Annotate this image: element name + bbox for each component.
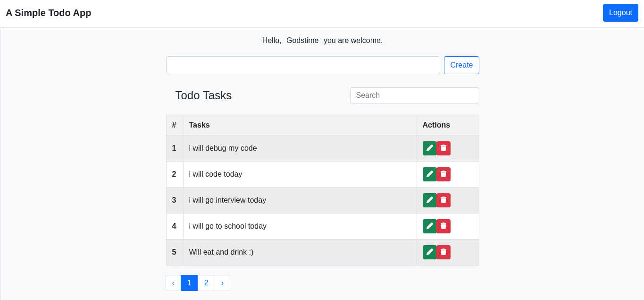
pencil-icon	[427, 197, 433, 205]
pencil-icon	[427, 171, 433, 179]
section-title: Todo Tasks	[166, 89, 232, 102]
pagination-next-link[interactable]: ›	[215, 275, 230, 291]
logout-button[interactable]: Logout	[603, 4, 638, 22]
pagination: ‹ 12 ›	[166, 275, 479, 291]
edit-button[interactable]	[423, 193, 437, 207]
pagination-page[interactable]: 1	[181, 275, 198, 291]
create-form: Create	[166, 56, 479, 74]
pencil-icon	[427, 223, 433, 231]
row-number: 2	[166, 162, 183, 188]
row-actions	[417, 162, 479, 188]
table-header-actions: Actions	[417, 115, 479, 136]
trash-icon	[440, 197, 447, 205]
navbar: A Simple Todo App Logout	[0, 0, 644, 28]
delete-button[interactable]	[436, 167, 451, 181]
row-task: i will go to school today	[183, 214, 417, 240]
pagination-prev[interactable]: ‹	[166, 275, 181, 291]
row-task: i will go interview today	[183, 188, 417, 214]
pagination-next[interactable]: ›	[215, 275, 230, 291]
trash-icon	[440, 223, 447, 231]
pencil-icon	[427, 145, 433, 153]
create-task-input[interactable]	[166, 56, 441, 74]
trash-icon	[440, 145, 447, 153]
tasks-table: # Tasks Actions 1i will debug my code2i …	[166, 115, 479, 266]
trash-icon	[440, 171, 447, 179]
table-row: 4i will go to school today	[166, 214, 479, 240]
row-actions	[417, 136, 479, 162]
trash-icon	[440, 249, 447, 257]
row-number: 3	[166, 188, 183, 214]
section-header: Todo Tasks	[166, 87, 479, 103]
row-number: 1	[166, 136, 183, 162]
pagination-page-link[interactable]: 2	[198, 275, 215, 291]
table-row: 3i will go interview today	[166, 188, 479, 214]
main-area: Hello, Godstime you are welcome. Create …	[0, 28, 644, 300]
pagination-page[interactable]: 2	[198, 275, 215, 291]
create-button[interactable]: Create	[444, 56, 479, 74]
edit-button[interactable]	[423, 219, 437, 233]
row-actions	[417, 240, 479, 266]
table-row: 2i will code today	[166, 162, 479, 188]
row-task: Will eat and drink :)	[183, 240, 417, 266]
edit-button[interactable]	[423, 245, 437, 259]
edit-button[interactable]	[423, 167, 437, 181]
delete-button[interactable]	[436, 219, 451, 233]
table-header-num: #	[166, 115, 183, 136]
row-actions	[417, 214, 479, 240]
delete-button[interactable]	[436, 193, 451, 207]
app-title: A Simple Todo App	[6, 8, 91, 18]
greeting-text: Hello, Godstime you are welcome.	[1, 36, 644, 45]
search-input[interactable]	[350, 87, 479, 103]
pagination-prev-link[interactable]: ‹	[166, 275, 181, 291]
edit-button[interactable]	[423, 141, 437, 155]
table-header-row: # Tasks Actions	[166, 115, 479, 136]
pagination-page-link[interactable]: 1	[181, 275, 198, 291]
content-container: Create Todo Tasks # Tasks Actions 1i wil…	[166, 56, 479, 291]
delete-button[interactable]	[436, 245, 451, 259]
row-number: 5	[166, 240, 183, 266]
table-row: 1i will debug my code	[166, 136, 479, 162]
greeting-suffix: you are welcome.	[324, 36, 383, 44]
row-actions	[417, 188, 479, 214]
delete-button[interactable]	[436, 141, 451, 155]
row-task: i will debug my code	[183, 136, 417, 162]
pencil-icon	[427, 249, 433, 257]
row-task: i will code today	[183, 162, 417, 188]
greeting-prefix: Hello,	[262, 36, 282, 44]
table-row: 5Will eat and drink :)	[166, 240, 479, 266]
greeting-username: Godstime	[284, 36, 321, 44]
row-number: 4	[166, 214, 183, 240]
table-header-tasks: Tasks	[183, 115, 417, 136]
